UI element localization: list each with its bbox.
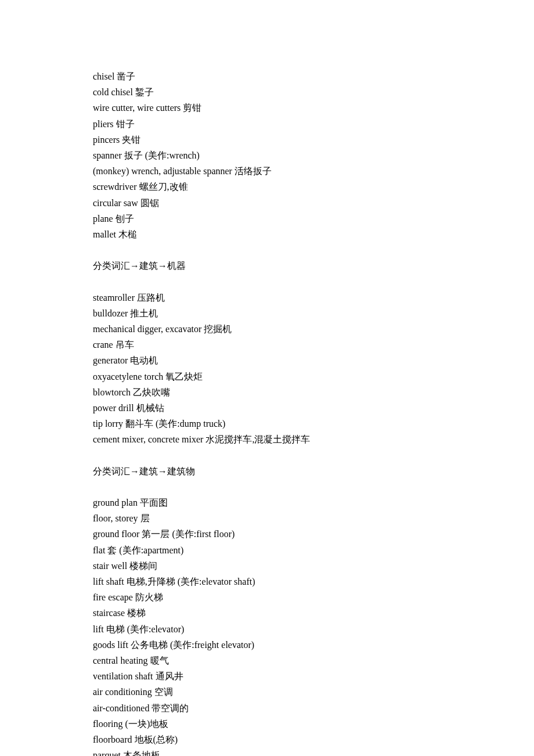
vocab-entry: circular saw 圆锯 (93, 195, 441, 211)
vocab-entry: oxyacetylene torch 氧乙炔炬 (93, 369, 441, 384)
blank-line (93, 448, 441, 463)
vocab-entry: flat 套 (美作:apartment) (93, 542, 441, 558)
section-heading: 分类词汇→建筑→机器 (93, 258, 441, 273)
vocab-entry: pincers 夹钳 (93, 132, 441, 147)
vocab-entry: air-conditioned 带空调的 (93, 700, 441, 716)
vocab-entry: mechanical digger, excavator 挖掘机 (93, 321, 441, 337)
vocab-entry: bulldozer 推土机 (93, 305, 441, 321)
vocab-entry: generator 电动机 (93, 352, 441, 368)
vocab-entry: stair well 楼梯间 (93, 558, 441, 574)
vocab-entry: mallet 木槌 (93, 226, 441, 242)
vocab-entry: fire escape 防火梯 (93, 589, 441, 605)
vocab-entry: pliers 钳子 (93, 116, 441, 132)
vocab-entry: parquet 木条地板 (93, 747, 441, 756)
blank-line (93, 479, 441, 495)
vocab-entry: tip lorry 翻斗车 (美作:dump truck) (93, 416, 441, 431)
vocab-entry: chisel 凿子 (93, 69, 441, 84)
vocab-entry: central heating 暖气 (93, 653, 441, 668)
vocab-entry: ventilation shaft 通风井 (93, 668, 441, 684)
vocab-entry: screwdriver 螺丝刀,改锥 (93, 179, 441, 195)
vocab-entry: lift 电梯 (美作:elevator) (93, 621, 441, 637)
vocab-entry: ground plan 平面图 (93, 495, 441, 510)
blank-line (93, 273, 441, 289)
vocab-entry: crane 吊车 (93, 337, 441, 352)
vocab-entry: cement mixer, concrete mixer 水泥搅拌车,混凝土搅拌… (93, 431, 441, 447)
vocab-entry: staircase 楼梯 (93, 605, 441, 621)
vocab-entry: blowtorch 乙炔吹嘴 (93, 384, 441, 400)
vocab-entry: floorboard 地板(总称) (93, 732, 441, 747)
vocab-entry: (monkey) wrench, adjustable spanner 活络扳子 (93, 163, 441, 179)
vocab-entry: spanner 扳子 (美作:wrench) (93, 147, 441, 163)
vocab-entry: cold chisel 錾子 (93, 84, 441, 100)
vocab-entry: lift shaft 电梯,升降梯 (美作:elevator shaft) (93, 574, 441, 589)
document-page: chisel 凿子 cold chisel 錾子 wire cutter, wi… (0, 0, 534, 756)
vocab-entry: goods lift 公务电梯 (美作:freight elevator) (93, 637, 441, 653)
vocab-entry: ground floor 第一层 (美作:first floor) (93, 526, 441, 542)
vocab-entry: floor, storey 层 (93, 510, 441, 526)
section-heading: 分类词汇→建筑→建筑物 (93, 463, 441, 479)
vocab-entry: flooring (一块)地板 (93, 716, 441, 732)
vocab-entry: wire cutter, wire cutters 剪钳 (93, 100, 441, 116)
blank-line (93, 242, 441, 258)
vocab-entry: steamroller 压路机 (93, 290, 441, 305)
vocab-entry: power drill 机械钻 (93, 400, 441, 416)
vocab-entry: air conditioning 空调 (93, 684, 441, 700)
vocab-entry: plane 刨子 (93, 211, 441, 226)
